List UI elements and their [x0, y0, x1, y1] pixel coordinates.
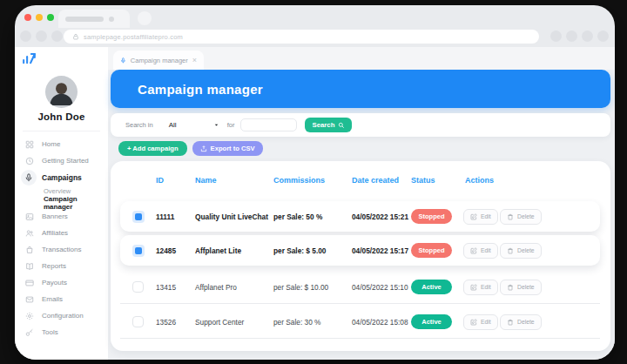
clock-icon	[25, 157, 34, 165]
sidebar-item-label: Reports	[42, 262, 66, 270]
close-window-button[interactable]	[24, 14, 31, 21]
row-checkbox[interactable]	[132, 281, 144, 293]
gear-icon	[25, 312, 34, 320]
trash-icon	[507, 213, 514, 220]
sidebar-item-reports[interactable]: Reports	[15, 258, 108, 274]
campaign-date-created: 04/05/2022 15:17	[352, 246, 408, 255]
sidebar-item-label: Banners	[42, 212, 68, 220]
tab-campaign-manager[interactable]: Campaign manager ×	[113, 51, 204, 70]
delete-button-label: Delete	[517, 247, 535, 253]
delete-button[interactable]: Delete	[500, 209, 542, 225]
sidebar-item-label: Payouts	[42, 279, 67, 286]
mail-icon	[25, 295, 34, 304]
column-header-commissions: Commissions	[273, 176, 325, 185]
search-term-input[interactable]	[240, 118, 297, 131]
lock-icon	[72, 33, 79, 40]
row-checkbox[interactable]	[132, 316, 144, 327]
app-logo-icon[interactable]	[21, 51, 37, 67]
campaign-date-created: 04/05/2022 15:08	[352, 318, 408, 327]
edit-button[interactable]: Edit	[463, 243, 498, 259]
new-tab-button[interactable]	[138, 11, 152, 25]
edit-button[interactable]: Edit	[463, 209, 498, 225]
edit-button-label: Edit	[481, 213, 491, 219]
stage: samplepage.postaffiliatepro.com	[0, 0, 627, 364]
browser-menu-button-3[interactable]	[582, 30, 593, 42]
sidebar-item-campaigns[interactable]: Campaigns	[15, 169, 108, 185]
campaign-name: Support Center	[195, 318, 244, 327]
export-csv-button[interactable]: Export to CSV	[192, 141, 263, 156]
book-icon	[25, 262, 34, 271]
minimize-window-button[interactable]	[36, 14, 43, 21]
column-header-actions: Actions	[465, 176, 494, 185]
sidebar-item-emails[interactable]: Emails	[15, 291, 108, 307]
search-field-select[interactable]: All	[169, 121, 219, 129]
sidebar-item-getting-started[interactable]: Getting Started	[15, 152, 108, 169]
tab-title-placeholder	[65, 17, 104, 22]
main-column: Campaign manager × Campaign manager Sear…	[108, 47, 615, 360]
bag-icon	[25, 246, 34, 254]
row-checkbox[interactable]	[132, 211, 145, 223]
campaign-commission: per Sale: $ 5.00	[273, 246, 326, 255]
browser-menu-button-2[interactable]	[566, 30, 577, 42]
sidebar-item-configuration[interactable]: Configuration	[15, 307, 108, 324]
card-icon	[25, 279, 34, 287]
main-content: Campaign manager Search in All for Searc…	[108, 70, 615, 360]
reload-button[interactable]	[51, 30, 63, 42]
tab-favicon-dot	[109, 17, 114, 22]
browser-menu-button-4[interactable]	[597, 30, 609, 42]
browser-nav-buttons	[20, 30, 63, 42]
row-checkbox-cell	[132, 272, 144, 302]
traffic-lights	[24, 14, 54, 21]
delete-button-label: Delete	[517, 284, 535, 290]
column-header-name: Name	[195, 176, 217, 185]
forward-button[interactable]	[36, 30, 47, 42]
trash-icon	[507, 247, 514, 254]
sidebar: John Doe Home Getting Started	[15, 70, 108, 360]
sidebar-subitem-campaign-manager[interactable]: Campaign manager	[15, 197, 108, 208]
column-header-date-created: Date created	[352, 176, 399, 185]
browser-extension-buttons	[550, 30, 609, 42]
edit-button-label: Edit	[481, 319, 491, 325]
sidebar-item-transactions[interactable]: Transactions	[15, 241, 108, 258]
status-badge: Active	[411, 314, 452, 329]
delete-button[interactable]: Delete	[500, 314, 542, 330]
app: John Doe Home Getting Started	[15, 47, 615, 360]
edit-button-label: Edit	[481, 247, 491, 253]
delete-button-label: Delete	[517, 319, 535, 325]
delete-button[interactable]: Delete	[500, 280, 542, 295]
sidebar-column: John Doe Home Getting Started	[15, 47, 108, 360]
back-button[interactable]	[20, 30, 31, 42]
browser-tab[interactable]	[58, 10, 130, 28]
campaign-id: 13415	[156, 283, 176, 292]
add-campaign-button[interactable]: + Add campaign	[118, 141, 187, 156]
close-tab-icon[interactable]: ×	[192, 57, 197, 64]
avatar[interactable]	[45, 76, 78, 108]
row-checkbox[interactable]	[132, 245, 145, 257]
edit-button[interactable]: Edit	[463, 280, 498, 295]
sidebar-item-home[interactable]: Home	[15, 136, 108, 152]
campaign-name: Quality Unit LiveChat	[195, 212, 268, 221]
browser-window: samplepage.postaffiliatepro.com	[15, 5, 615, 360]
sidebar-item-label: Getting Started	[42, 157, 89, 165]
logo-area	[15, 47, 108, 70]
sidebar-item-tools[interactable]: Tools	[15, 324, 108, 340]
campaign-date-created: 04/05/2022 15:21	[352, 212, 408, 221]
address-bar[interactable]: samplepage.postaffiliatepro.com	[64, 30, 539, 44]
sidebar-item-label: Home	[42, 140, 60, 148]
sidebar-item-banners[interactable]: Banners	[15, 208, 108, 225]
sidebar-item-payouts[interactable]: Payouts	[15, 274, 108, 291]
sidebar-item-affiliates[interactable]: Affiliates	[15, 225, 108, 241]
campaign-date-created: 04/05/2022 15:10	[352, 283, 408, 292]
search-field-value: All	[169, 121, 177, 129]
maximize-window-button[interactable]	[47, 14, 54, 21]
page-header: Campaign manager	[111, 70, 610, 108]
search-button[interactable]: Search	[305, 118, 352, 132]
table-row: 13415 Affplanet Pro per Sale: $ 10.00 04…	[120, 272, 600, 302]
microphone-icon	[21, 170, 37, 185]
search-button-label: Search	[312, 121, 334, 129]
browser-menu-button-1[interactable]	[550, 30, 562, 42]
edit-button[interactable]: Edit	[463, 314, 498, 330]
campaign-id: 13526	[156, 318, 176, 327]
chevron-down-icon	[213, 122, 219, 128]
delete-button[interactable]: Delete	[500, 243, 542, 259]
